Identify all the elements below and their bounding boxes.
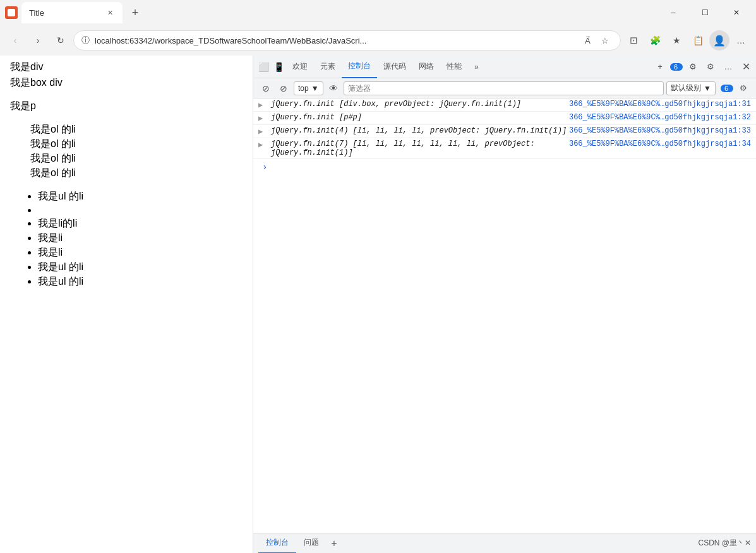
log-level-selector[interactable]: 默认级别 ▼ <box>666 81 716 95</box>
context-label: top <box>298 84 309 93</box>
list-item: 我是ul 的li <box>38 190 243 203</box>
log-expand-1[interactable]: ▶ <box>258 100 268 110</box>
address-box: ⓘ localhost:63342/workspace_TDSoftwareSc… <box>73 30 621 51</box>
devtools-dock-icon[interactable]: ⚙ <box>703 59 718 74</box>
new-tab-button[interactable]: + <box>126 4 144 21</box>
list-item: 我是li的li <box>38 217 243 230</box>
log-link-4[interactable]: 366_%E5%9F%BA%E6%9C%…gd50fhjkgjrsqja1:34 <box>569 140 751 148</box>
clear-console-icon[interactable]: ⊘ <box>258 81 273 96</box>
read-aloud-icon[interactable]: A⃗ <box>580 33 595 48</box>
log-entry-1: ▶ jQuery.fn.init [div.box, prevObject: j… <box>253 98 756 112</box>
back-button[interactable]: ‹ <box>5 30 25 51</box>
devtools-settings-icon[interactable]: ⚙ <box>685 59 700 74</box>
context-dropdown-icon: ▼ <box>311 84 319 93</box>
log-expand-3[interactable]: ▶ <box>258 126 268 136</box>
title-bar-left: Title ✕ + <box>5 2 144 23</box>
list-item: 我是ol 的li <box>30 152 243 165</box>
log-level-label: 默认级别 <box>671 83 701 93</box>
minimize-button[interactable]: – <box>659 3 688 23</box>
list-item-empty <box>38 205 243 216</box>
page-ol: 我是ol 的li 我是ol 的li 我是ol 的li 我是ol 的li <box>30 123 243 180</box>
settings-more-icon[interactable]: … <box>731 30 751 51</box>
tab-elements[interactable]: 元素 <box>314 56 342 78</box>
tab-network[interactable]: 网络 <box>412 56 440 78</box>
console-caret[interactable]: › <box>258 159 272 174</box>
extensions-icon[interactable]: 🧩 <box>645 30 665 51</box>
devtools-secondary-toolbar: ⊘ ⊘ top ▼ 👁 默认级别 ▼ 6 ⚙ <box>253 78 756 98</box>
log-content-1: jQuery.fn.init [div.box, prevObject: jQu… <box>271 100 569 109</box>
list-item: 我是ol 的li <box>30 138 243 151</box>
bottom-right-text: CSDN @里丶✕ <box>698 538 751 549</box>
log-link-1[interactable]: 366_%E5%9F%BA%E6%9C%…gd50fhjkgjrsqja1:31 <box>569 100 751 109</box>
filter-input[interactable] <box>344 81 664 95</box>
devtools-tab-bar: ⬜ 📱 欢迎 元素 控制台 源代码 网络 性能 <box>253 56 756 78</box>
log-entry-3: ▶ jQuery.fn.init(4) [li, li, li, li, pre… <box>253 125 756 138</box>
devtools-bottom-bar: 控制台 问题 + CSDN @里丶✕ <box>253 533 756 553</box>
devtools-badge: 6 <box>670 63 683 71</box>
devtools-device-icon[interactable]: 📱 <box>271 59 286 74</box>
address-text[interactable]: localhost:63342/workspace_TDSoftwareScho… <box>95 36 575 45</box>
log-expand-4[interactable]: ▶ <box>258 140 268 150</box>
log-count-badge: 6 <box>721 85 733 92</box>
list-item: 我是ol 的li <box>30 123 243 136</box>
list-item: 我是li <box>38 232 243 245</box>
eye-icon[interactable]: 👁 <box>326 81 341 96</box>
list-item: 我是ul 的li <box>38 261 243 274</box>
refresh-button[interactable]: ↻ <box>51 30 71 51</box>
bottom-tab-issues[interactable]: 问题 <box>296 533 327 554</box>
bottom-add-tab-button[interactable]: + <box>327 536 342 551</box>
log-content-3: jQuery.fn.init(4) [li, li, li, li, prevO… <box>271 126 569 135</box>
tab-console[interactable]: 控制台 <box>342 56 377 78</box>
log-content-4: jQuery.fn.init(7) [li, li, li, li, li, l… <box>271 140 569 157</box>
log-link-2[interactable]: 366_%E5%9F%BA%E6%9C%…gd50fhjkgjrsqja1:32 <box>569 113 751 122</box>
tab-title: Title <box>29 8 44 18</box>
page-content: 我是div 我是box div 我是p 我是ol 的li 我是ol 的li 我是… <box>0 56 253 553</box>
devtools-inspect-icon[interactable]: ⬜ <box>256 59 271 74</box>
page-box-div: 我是box div <box>10 76 243 90</box>
browser-tab[interactable]: Title ✕ <box>21 2 123 23</box>
list-item: 我是ul 的li <box>38 275 243 288</box>
favorites-star-icon[interactable]: ★ <box>666 30 687 51</box>
title-bar-controls: – ☐ ✕ <box>659 3 751 23</box>
profile-icon[interactable]: 👤 <box>709 30 729 51</box>
list-item: 我是li <box>38 246 243 259</box>
tab-close-button[interactable]: ✕ <box>105 8 115 18</box>
title-bar: Title ✕ + – ☐ ✕ <box>0 0 756 25</box>
address-bar: ‹ › ↻ ⓘ localhost:63342/workspace_TDSoft… <box>0 25 756 56</box>
log-entry-2: ▶ jQuery.fn.init [p#p] 366_%E5%9F%BA%E6%… <box>253 112 756 125</box>
page-div: 我是div <box>10 61 243 74</box>
log-level-dropdown-icon: ▼ <box>704 84 711 93</box>
close-button[interactable]: ✕ <box>722 3 751 23</box>
list-item: 我是ol 的li <box>30 167 243 180</box>
console-settings-icon[interactable]: ⚙ <box>736 81 751 96</box>
log-link-3[interactable]: 366_%E5%9F%BA%E6%9C%…gd50fhjkgjrsqja1:33 <box>569 126 751 135</box>
devtools-panel: ⬜ 📱 欢迎 元素 控制台 源代码 网络 性能 <box>253 56 756 553</box>
log-content-2: jQuery.fn.init [p#p] <box>271 113 569 122</box>
tab-more[interactable]: » <box>468 56 485 78</box>
page-ul: 我是ul 的li 我是li的li 我是li 我是li 我是ul 的li 我是ul… <box>23 190 243 288</box>
block-icon[interactable]: ⊘ <box>276 81 291 96</box>
main-area: 我是div 我是box div 我是p 我是ol 的li 我是ol 的li 我是… <box>0 56 756 553</box>
devtools-close-icon[interactable]: ✕ <box>738 59 753 74</box>
log-entry-4: ▶ jQuery.fn.init(7) [li, li, li, li, li,… <box>253 138 756 159</box>
security-icon: ⓘ <box>81 35 90 46</box>
forward-button[interactable]: › <box>28 30 48 51</box>
split-screen-icon[interactable]: ⊡ <box>623 30 644 51</box>
tab-welcome[interactable]: 欢迎 <box>286 56 314 78</box>
tab-source[interactable]: 源代码 <box>377 56 412 78</box>
devtools-add-icon[interactable]: + <box>652 59 668 74</box>
devtools-more-icon[interactable]: … <box>721 59 736 74</box>
context-selector[interactable]: top ▼ <box>294 81 323 95</box>
console-log: ▶ jQuery.fn.init [div.box, prevObject: j… <box>253 98 756 533</box>
tab-favicon <box>5 6 18 19</box>
maximize-button[interactable]: ☐ <box>690 3 719 23</box>
favorites-icon[interactable]: ☆ <box>597 33 613 48</box>
toolbar-icons: ⊡ 🧩 ★ 📋 👤 … <box>623 30 751 51</box>
collections-icon[interactable]: 📋 <box>688 30 708 51</box>
log-expand-2[interactable]: ▶ <box>258 113 268 123</box>
browser-frame: Title ✕ + – ☐ ✕ ‹ › ↻ ⓘ localhost:63342/… <box>0 0 756 553</box>
page-p: 我是p <box>10 100 243 113</box>
bottom-tab-console[interactable]: 控制台 <box>258 533 296 554</box>
tab-performance[interactable]: 性能 <box>440 56 468 78</box>
address-icons: A⃗ ☆ <box>580 33 613 48</box>
